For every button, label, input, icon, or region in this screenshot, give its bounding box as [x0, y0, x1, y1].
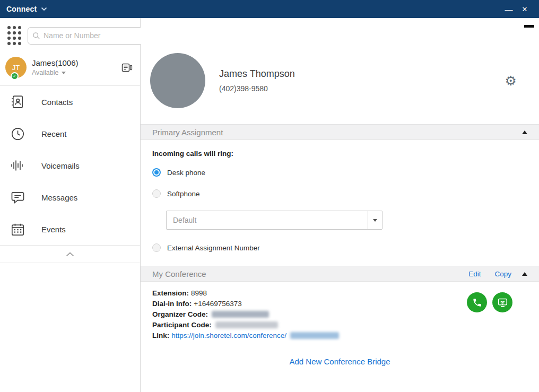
call-conference-button[interactable] [467, 292, 487, 312]
calendar-icon [8, 220, 27, 238]
softphone-device-value: Default [167, 216, 368, 224]
web-conference-button[interactable] [492, 292, 512, 312]
profile-name: James Thompson [219, 68, 295, 80]
copy-link[interactable]: Copy [494, 270, 511, 278]
search-input[interactable] [44, 31, 140, 40]
dialin-label: Dial-in Info: [152, 300, 192, 308]
radio-desk-phone[interactable]: Desk phone [152, 168, 527, 177]
extension-value: 8998 [191, 289, 207, 297]
clock-icon [8, 125, 27, 143]
profile-phone: (402)398-9580 [219, 84, 295, 93]
sidebar-item-label: Contacts [41, 98, 73, 107]
sidebar-item-events[interactable]: Events [0, 213, 140, 245]
phone-icon [472, 298, 482, 308]
collapse-section-icon[interactable] [522, 130, 527, 134]
window-close-button[interactable]: ✕ [517, 0, 533, 18]
collapse-section-icon[interactable] [522, 272, 527, 276]
participant-code-redacted [215, 321, 278, 328]
user-row[interactable]: JT ✓ James(1006) Available [0, 51, 140, 86]
sidebar: JT ✓ James(1006) Available [0, 18, 141, 392]
radio-softphone[interactable]: Softphone [152, 189, 527, 198]
sidebar-collapse-button[interactable] [0, 245, 140, 263]
section-title: My Conference [152, 269, 206, 278]
window-minimize-button[interactable]: — [501, 0, 517, 18]
search-row [0, 18, 140, 51]
primary-assignment-body: Incoming calls will ring: Desk phone Sof… [141, 140, 539, 266]
chevron-down-icon [62, 72, 66, 74]
user-initials: JT [12, 64, 20, 72]
incoming-calls-prompt: Incoming calls will ring: [152, 150, 527, 158]
user-name: James(1006) [32, 58, 79, 67]
user-avatar: JT ✓ [5, 57, 27, 78]
search-icon [32, 32, 40, 40]
primary-assignment-header: Primary Assignment [141, 124, 539, 140]
dropdown-arrow-button[interactable] [368, 211, 382, 229]
sidebar-item-label: Voicemails [41, 161, 80, 170]
radio-external-assignment[interactable]: External Assignment Number [152, 243, 527, 252]
radio-desk-phone-control[interactable] [152, 168, 161, 177]
organizer-code-redacted [212, 311, 269, 318]
conference-participant-row: Participant Code: [152, 320, 527, 330]
screen-share-icon [497, 298, 508, 308]
radio-softphone-control[interactable] [152, 189, 161, 198]
conference-link-url[interactable]: https://join.shoretel.com/conference/ [171, 332, 286, 339]
app-body: JT ✓ James(1006) Available [0, 18, 539, 392]
section-title: Primary Assignment [152, 128, 223, 137]
chevron-up-icon [66, 252, 74, 257]
app-menu-chevron-icon[interactable] [41, 7, 47, 11]
add-conference-bridge-link[interactable]: Add New Conference Bridge [141, 357, 539, 366]
dialpad-icon[interactable] [6, 25, 22, 46]
dialin-value: +16469756373 [194, 300, 241, 308]
my-conference-header: My Conference Edit Copy [141, 266, 539, 282]
extension-label: Extension: [152, 289, 189, 297]
participant-label: Participant Code: [152, 321, 212, 329]
contacts-icon [8, 93, 27, 111]
link-label: Link: [152, 332, 169, 339]
conference-details: Extension:8998 Dial-in Info:+16469756373… [141, 282, 539, 343]
radio-label: Desk phone [167, 169, 205, 177]
conference-actions [467, 292, 512, 312]
sidebar-item-label: Recent [41, 129, 67, 138]
availability-label: Available [32, 69, 59, 76]
profile-section: James Thompson (402)398-9580 ⚙ [141, 18, 539, 124]
radio-label: External Assignment Number [167, 244, 260, 252]
search-box[interactable] [28, 27, 144, 45]
waveform-icon [8, 156, 27, 175]
softphone-device-select[interactable]: Default [166, 211, 382, 230]
assigned-device-icon[interactable] [121, 63, 133, 73]
availability-dropdown[interactable]: Available [32, 69, 79, 76]
chat-bubble-icon [8, 188, 27, 206]
presence-available-icon: ✓ [11, 72, 19, 80]
user-meta: James(1006) Available [32, 58, 79, 76]
sidebar-item-contacts[interactable]: Contacts [0, 86, 140, 118]
profile-meta: James Thompson (402)398-9580 [219, 68, 295, 93]
main-pane: James Thompson (402)398-9580 ⚙ Primary A… [141, 18, 539, 392]
link-tail-redacted [290, 332, 339, 339]
edit-link[interactable]: Edit [468, 270, 481, 278]
sidebar-item-label: Events [41, 225, 66, 234]
gear-icon[interactable]: ⚙ [505, 74, 517, 88]
title-bar: Connect — ✕ [0, 0, 539, 18]
organizer-label: Organizer Code: [152, 310, 208, 318]
radio-external-control[interactable] [152, 243, 161, 252]
chevron-down-icon [373, 219, 377, 222]
conference-header-actions: Edit Copy [468, 270, 527, 278]
sidebar-item-messages[interactable]: Messages [0, 181, 140, 213]
pane-collapse-handle[interactable] [524, 25, 534, 28]
sidebar-item-label: Messages [41, 193, 77, 202]
profile-avatar [150, 53, 205, 108]
sidebar-item-voicemails[interactable]: Voicemails [0, 150, 140, 181]
app-title: Connect [6, 5, 37, 13]
conference-link-row: Link:https://join.shoretel.com/conferenc… [152, 330, 527, 341]
sidebar-item-recent[interactable]: Recent [0, 118, 140, 150]
radio-label: Softphone [167, 190, 200, 198]
